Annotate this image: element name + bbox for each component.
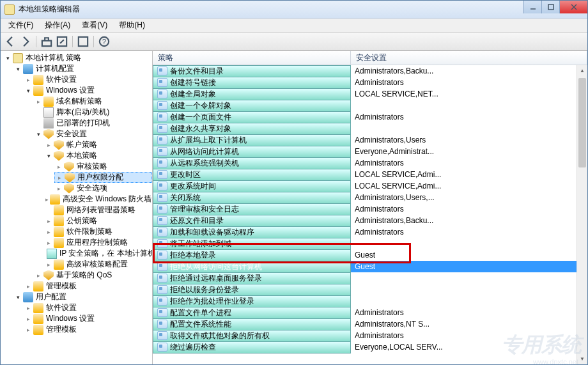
policy-row[interactable]: 拒绝作为批处理作业登录: [153, 295, 587, 307]
tree-printers[interactable]: 已部署的打印机: [34, 118, 152, 128]
col-setting[interactable]: 安全设置: [351, 51, 587, 65]
tree-ipsec[interactable]: IP 安全策略，在 本地计算机: [44, 248, 152, 259]
tree-security-settings[interactable]: 安全设置: [34, 128, 152, 139]
policy-setting: Administrators,Backu...: [351, 66, 587, 75]
policy-icon: [157, 285, 167, 294]
policy-row[interactable]: 备份文件和目录Administrators,Backu...: [153, 65, 587, 77]
policy-row[interactable]: 更改时区LOCAL SERVICE,Admi...: [153, 169, 587, 180]
close-button[interactable]: [559, 1, 587, 13]
scroll-up-arrow[interactable]: ▲: [577, 65, 587, 76]
tree-u-admin[interactable]: 管理模板: [24, 324, 152, 335]
policy-row[interactable]: 从网络访问此计算机Everyone,Administrat...: [153, 146, 587, 157]
policy-row[interactable]: 关闭系统Administrators,Users,...: [153, 192, 587, 203]
tree-software-settings[interactable]: 软件设置: [24, 74, 152, 85]
tree-user-rights[interactable]: 用户权限分配: [54, 172, 152, 183]
policy-row[interactable]: 创建符号链接Administrators: [153, 77, 587, 88]
tree-admin-templates[interactable]: 管理模板: [24, 281, 152, 291]
tree-label: 高级审核策略配置: [66, 259, 128, 270]
policy-setting: Guest: [351, 262, 587, 271]
policy-row[interactable]: 从远程系统强制关机Administrators: [153, 157, 587, 169]
help-button[interactable]: ?: [97, 35, 111, 49]
policy-setting: Administrators: [351, 113, 587, 121]
shield-icon: [64, 162, 74, 172]
policy-row[interactable]: 创建永久共享对象: [153, 123, 587, 134]
menu-action[interactable]: 操作(A): [40, 19, 75, 32]
tree-label: 网络列表管理器策略: [66, 205, 135, 215]
policy-row[interactable]: 从扩展坞上取下计算机Administrators,Users: [153, 134, 587, 146]
policy-name: 拒绝以服务身份登录: [170, 284, 239, 295]
toolbar: ?: [1, 33, 587, 50]
tree-security-options[interactable]: 安全选项: [54, 183, 152, 194]
menu-view[interactable]: 查看(V): [77, 19, 112, 32]
policy-row[interactable]: 加载和卸载设备驱动程序Administrators: [153, 226, 587, 238]
tree-u-software[interactable]: 软件设置: [24, 302, 152, 313]
tree-label: IP 安全策略，在 本地计算机: [59, 248, 153, 259]
svg-text:?: ?: [102, 38, 106, 45]
tree-root[interactable]: 本地计算机 策略: [3, 52, 152, 63]
policy-row[interactable]: 将工作站添加到域: [153, 238, 587, 249]
policy-setting: Guest: [351, 251, 587, 260]
menu-help[interactable]: 帮助(H): [114, 19, 150, 32]
vertical-scrollbar[interactable]: ▲ ▼: [576, 65, 587, 364]
policy-icon: [157, 147, 167, 156]
maximize-button[interactable]: [541, 1, 559, 13]
policy-row[interactable]: 绕过遍历检查Everyone,LOCAL SERV...: [153, 341, 587, 353]
policy-row[interactable]: 拒绝以服务身份登录: [153, 284, 587, 295]
tree-label: 高级安全 Windows 防火墙: [63, 194, 151, 205]
properties-button[interactable]: [76, 35, 90, 49]
tree-nlm[interactable]: 网络列表管理器策略: [44, 205, 152, 215]
tree-name-resolution[interactable]: 域名解析策略: [34, 96, 152, 107]
tree-computer-config[interactable]: 计算机配置: [13, 63, 152, 74]
forward-button[interactable]: [19, 35, 33, 49]
policy-row[interactable]: 拒绝从网络访问这台计算机Guest: [153, 261, 587, 272]
app-icon: [4, 4, 15, 15]
policy-row[interactable]: 配置文件单个进程Administrators: [153, 307, 587, 318]
menu-file[interactable]: 文件(F): [3, 19, 38, 32]
folder-icon: [43, 97, 54, 107]
policy-name: 从扩展坞上取下计算机: [170, 135, 247, 146]
policy-row[interactable]: 创建一个页面文件Administrators: [153, 111, 587, 123]
policy-row[interactable]: 拒绝本地登录Guest: [153, 249, 587, 261]
scroll-thumb[interactable]: [578, 78, 586, 167]
tree-adv-audit[interactable]: 高级审核策略配置: [44, 259, 152, 270]
tree-local-policies[interactable]: 本地策略: [44, 150, 152, 161]
tree-label: 安全选项: [77, 183, 107, 194]
policy-setting: Everyone,LOCAL SERV...: [351, 343, 587, 352]
folder-icon: [33, 86, 43, 96]
policy-icon: [157, 170, 167, 179]
tree-account-policies[interactable]: 帐户策略: [44, 139, 152, 150]
policy-icon: [157, 274, 167, 283]
policy-row[interactable]: 创建全局对象LOCAL SERVICE,NET...: [153, 88, 587, 100]
tree-wfas[interactable]: 高级安全 Windows 防火墙: [44, 194, 152, 205]
tree-u-windows[interactable]: Windows 设置: [24, 313, 152, 324]
policy-row[interactable]: 取得文件或其他对象的所有权Administrators: [153, 330, 587, 341]
policy-row[interactable]: 拒绝通过远程桌面服务登录: [153, 272, 587, 284]
policy-setting: Administrators: [351, 308, 587, 317]
policy-row[interactable]: 更改系统时间LOCAL SERVICE,Admi...: [153, 180, 587, 192]
policy-row[interactable]: 配置文件系统性能Administrators,NT S...: [153, 318, 587, 330]
minimize-button[interactable]: [523, 1, 541, 13]
col-policy[interactable]: 策略: [153, 51, 351, 65]
policy-row[interactable]: 还原文件和目录Administrators,Backu...: [153, 215, 587, 226]
tree-audit-policy[interactable]: 审核策略: [54, 161, 152, 172]
scroll-down-arrow[interactable]: ▼: [577, 353, 587, 364]
tree-srp[interactable]: 软件限制策略: [44, 226, 152, 237]
svg-rect-1: [548, 4, 553, 10]
policy-setting: Everyone,Administrat...: [351, 147, 587, 156]
tree-label: 用户权限分配: [77, 172, 123, 183]
back-button[interactable]: [3, 35, 17, 49]
policy-row[interactable]: 创建一个令牌对象: [153, 100, 587, 111]
tree-app-control[interactable]: 应用程序控制策略: [44, 237, 152, 248]
tree-windows-settings[interactable]: Windows 设置: [24, 85, 152, 96]
tree-scripts[interactable]: 脚本(启动/关机): [34, 107, 152, 118]
tree-user-config[interactable]: 用户配置: [13, 291, 152, 302]
tree-pane[interactable]: 本地计算机 策略 计算机配置 软件设置 Windows 设置 域名解析策略: [1, 51, 153, 364]
policy-row[interactable]: 管理审核和安全日志Administrators: [153, 203, 587, 215]
policy-name: 备份文件和目录: [170, 66, 224, 77]
up-button[interactable]: [40, 35, 54, 49]
export-button[interactable]: [55, 35, 69, 49]
tree-label: 安全设置: [56, 128, 87, 139]
list-body[interactable]: 备份文件和目录Administrators,Backu...创建符号链接Admi…: [153, 65, 587, 364]
tree-policy-qos[interactable]: 基于策略的 QoS: [34, 270, 152, 281]
tree-public-key[interactable]: 公钥策略: [44, 215, 152, 226]
